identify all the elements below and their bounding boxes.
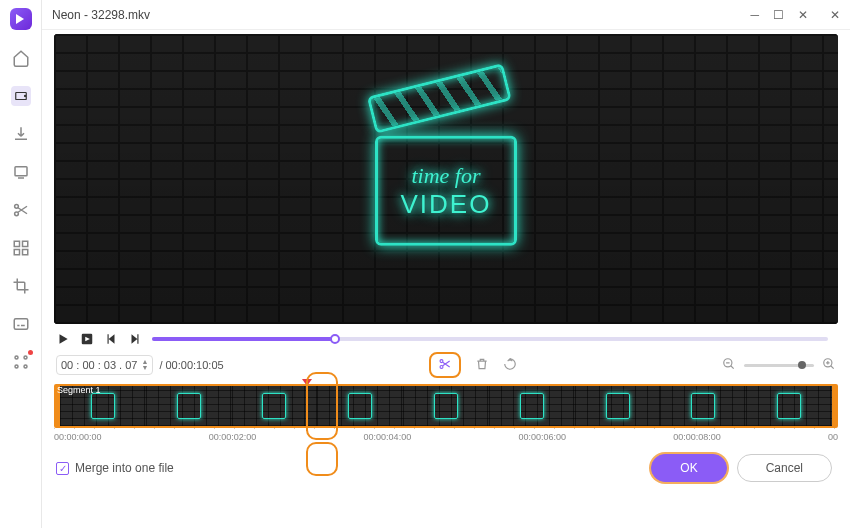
segment-label: Segment 1 [57,385,101,395]
video-preview[interactable]: time for VIDEO [54,34,838,324]
timeline[interactable]: Segment 1 [42,384,850,428]
zoom-slider[interactable] [744,364,814,367]
svg-point-12 [15,365,18,368]
nav-crop[interactable] [11,276,31,296]
svg-rect-6 [22,241,27,246]
play-button[interactable] [56,332,70,346]
neon-text-top: time for [411,162,480,188]
zoom-out-button[interactable] [722,357,736,373]
svg-point-11 [24,356,27,359]
minimize-button[interactable]: ─ [750,8,759,22]
stop-button[interactable] [80,332,94,346]
nav-apps[interactable] [11,352,31,372]
undo-button[interactable] [503,357,517,373]
annotation-highlight [306,372,338,440]
delete-button[interactable] [475,357,489,373]
main-panel: Neon - 32298.mkv ─ ☐ ✕ ✕ time for VIDEO [42,0,850,528]
sidebar [0,0,42,528]
svg-point-1 [24,95,25,96]
timeline-thumbnail [575,386,661,426]
timeline-thumbnail [746,386,832,426]
close-button[interactable]: ✕ [798,8,808,22]
svg-point-16 [440,365,443,368]
playback-controls [42,326,850,348]
nav-merge[interactable] [11,238,31,258]
time-ruler: 00:00:00:00 00:00:02:00 00:00:04:00 00:0… [42,428,850,442]
current-time-input[interactable]: 00 : 00 : 03 . 07 ▲▼ [56,355,153,375]
svg-point-15 [440,360,443,363]
svg-point-4 [14,212,18,216]
svg-point-3 [14,204,18,208]
ok-button[interactable]: OK [651,454,726,482]
svg-rect-2 [15,167,27,176]
bottom-bar: ✓ Merge into one file OK Cancel [42,442,850,492]
svg-point-10 [15,356,18,359]
neon-sign: time for VIDEO [371,96,521,256]
nav-convert[interactable] [11,86,31,106]
nav-home[interactable] [11,48,31,68]
maximize-button[interactable]: ☐ [773,8,784,22]
neon-text-bottom: VIDEO [401,188,492,219]
time-stepper[interactable]: ▲▼ [141,359,148,371]
zoom-in-button[interactable] [822,357,836,373]
outer-close-button[interactable]: ✕ [830,8,840,22]
progress-slider[interactable] [152,337,828,341]
svg-point-13 [24,365,27,368]
titlebar: Neon - 32298.mkv ─ ☐ ✕ ✕ [42,0,850,30]
nav-subtitle[interactable] [11,314,31,334]
prev-frame-button[interactable] [104,332,118,346]
time-controls: 00 : 00 : 03 . 07 ▲▼ / 00:00:10:05 [42,348,850,382]
timeline-thumbnail [489,386,575,426]
checkbox-icon: ✓ [56,462,69,475]
total-time: / 00:00:10:05 [159,359,223,371]
split-button[interactable] [429,352,461,378]
timeline-thumbnail [403,386,489,426]
cancel-button[interactable]: Cancel [737,454,832,482]
segment-end-handle[interactable] [832,386,836,426]
nav-screen[interactable] [11,162,31,182]
nav-download[interactable] [11,124,31,144]
next-frame-button[interactable] [128,332,142,346]
svg-rect-9 [14,319,28,330]
timeline-thumbnail [232,386,318,426]
timeline-thumbnail [146,386,232,426]
merge-checkbox[interactable]: ✓ Merge into one file [56,461,174,475]
svg-rect-7 [14,250,19,255]
annotation-highlight [306,442,338,476]
svg-rect-8 [22,250,27,255]
timeline-thumbnail [660,386,746,426]
window-title: Neon - 32298.mkv [52,8,150,22]
merge-label: Merge into one file [75,461,174,475]
nav-cut[interactable] [11,200,31,220]
app-logo [10,8,32,30]
svg-rect-5 [14,241,19,246]
